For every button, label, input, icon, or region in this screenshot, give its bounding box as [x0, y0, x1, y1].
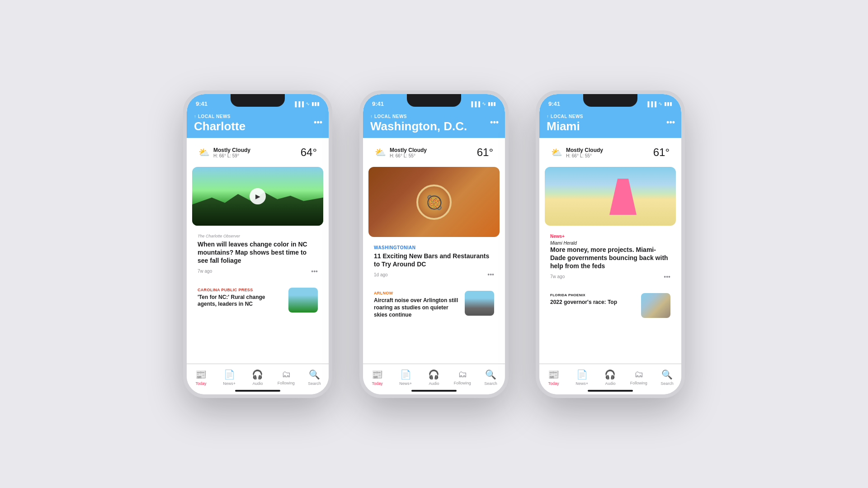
wifi-icon-w: ∿: [482, 101, 486, 107]
tab-today-miami[interactable]: 📰 Today: [542, 369, 565, 386]
city-name-miami: Miami: [547, 119, 580, 133]
article-more-miami[interactable]: •••: [664, 273, 670, 280]
main-image-miami: [545, 167, 676, 226]
small-headline-miami: 2022 governor's race: Top: [550, 299, 637, 306]
weather-condition-miami: Mostly Cloudy: [566, 147, 603, 153]
city-name-washington: Washington, D.C.: [370, 119, 467, 133]
app-header-washington: ↑ LOCAL NEWS Washington, D.C. •••: [363, 111, 505, 138]
wifi-icon: ∿: [306, 101, 310, 107]
following-label-charlotte: Following: [278, 381, 295, 385]
small-source-charlotte: CAROLINA Public Press: [198, 288, 284, 292]
following-label-miami: Following: [630, 381, 647, 385]
weather-card-miami[interactable]: ⛅ Mostly Cloudy H: 66° L: 55° 61°: [545, 142, 676, 163]
article-card-washington[interactable]: WASHINGTONIAN 11 Exciting New Bars and R…: [368, 241, 500, 283]
signal-icon-w: ▐▐▐: [470, 101, 480, 107]
battery-icon-m: ▮▮▮: [664, 101, 672, 107]
small-article-miami[interactable]: FLORIDA PHOENIX 2022 governor's race: To…: [545, 289, 676, 322]
small-article-washington[interactable]: ARLnow Aircraft noise over Arlington sti…: [368, 286, 500, 323]
article-time-miami: 7w ago: [550, 274, 565, 279]
following-icon-miami: 🗂: [634, 369, 643, 379]
today-label-miami: Today: [548, 381, 559, 386]
audio-label-charlotte: Audio: [252, 381, 263, 386]
location-arrow-icon-m: ↑: [547, 114, 549, 119]
tab-search-miami[interactable]: 🔍 Search: [656, 369, 679, 386]
small-thumb-charlotte: [288, 288, 318, 313]
today-icon-washington: 📰: [372, 369, 383, 380]
cloud-icon-miami: ⛅: [551, 147, 562, 158]
search-label-charlotte: Search: [308, 381, 321, 386]
tab-newsplus-washington[interactable]: 📄 News+: [394, 369, 417, 386]
more-button-washington[interactable]: •••: [490, 118, 499, 127]
audio-label-washington: Audio: [429, 381, 439, 386]
beach-scene-miami: [545, 167, 676, 226]
weather-temp-washington: 61°: [477, 146, 493, 159]
article-meta-washington: 1d ago •••: [374, 271, 494, 278]
signal-icon-m: ▐▐▐: [646, 101, 656, 107]
audio-label-miami: Audio: [605, 381, 615, 386]
weather-temp-charlotte: 64°: [301, 146, 317, 159]
tab-today-washington[interactable]: 📰 Today: [366, 369, 388, 386]
phone-miami: 9:41 ▐▐▐ ∿ ▮▮▮ ↑ LOCAL NEWS Miami •••: [536, 90, 685, 398]
article-card-miami[interactable]: News+ Miami Herald More money, more proj…: [545, 229, 676, 285]
article-time-charlotte: 7w ago: [198, 269, 212, 274]
newsplus-label-charlotte: News+: [223, 381, 236, 386]
small-thumb-miami: [641, 293, 670, 318]
local-news-label-charlotte: ↑ LOCAL NEWS: [194, 114, 321, 119]
tab-search-washington[interactable]: 🔍 Search: [480, 369, 502, 386]
small-source-miami: FLORIDA PHOENIX: [550, 293, 637, 297]
search-icon-charlotte: 🔍: [309, 369, 320, 380]
article-source-charlotte: The Charlotte Observer: [198, 234, 318, 238]
home-indicator-miami: [588, 390, 633, 392]
article-more-washington[interactable]: •••: [487, 271, 494, 278]
small-article-charlotte[interactable]: CAROLINA Public Press 'Ten for NC:' Rura…: [192, 283, 323, 317]
battery-icon: ▮▮▮: [311, 101, 320, 107]
tab-following-charlotte[interactable]: 🗂 Following: [275, 369, 297, 385]
audio-icon-miami: 🎧: [604, 369, 616, 380]
tab-search-charlotte[interactable]: 🔍 Search: [303, 369, 326, 386]
status-icons-miami: ▐▐▐ ∿ ▮▮▮: [646, 101, 672, 107]
newsplus-icon-miami: 📄: [576, 369, 588, 380]
tab-today-charlotte[interactable]: 📰 Today: [189, 369, 212, 386]
scroll-content-miami: ⛅ Mostly Cloudy H: 66° L: 55° 61°: [539, 138, 681, 394]
play-button-charlotte[interactable]: ▶: [250, 188, 266, 204]
status-icons-washington: ▐▐▐ ∿ ▮▮▮: [470, 101, 496, 107]
today-icon-charlotte: 📰: [195, 369, 207, 380]
small-source-washington: ARLnow: [374, 291, 460, 295]
article-headline-washington: 11 Exciting New Bars and Restaurants to …: [374, 252, 494, 268]
article-headline-miami: More money, more projects. Miami-Dade go…: [550, 246, 670, 270]
nature-scene-charlotte: ▶: [192, 167, 323, 226]
following-icon-washington: 🗂: [458, 369, 467, 379]
tab-newsplus-miami[interactable]: 📄 News+: [571, 369, 593, 386]
more-button-charlotte[interactable]: •••: [314, 118, 322, 127]
weather-card-washington[interactable]: ⛅ Mostly Cloudy H: 66° L: 55° 61°: [368, 142, 500, 163]
more-button-miami[interactable]: •••: [666, 118, 675, 127]
local-news-label-miami: ↑ LOCAL NEWS: [547, 114, 674, 119]
today-icon-miami: 📰: [548, 369, 559, 380]
tab-audio-charlotte[interactable]: 🎧 Audio: [246, 369, 269, 386]
article-more-charlotte[interactable]: •••: [311, 268, 318, 275]
main-image-washington: [368, 167, 500, 237]
article-meta-miami: 7w ago •••: [550, 273, 670, 280]
small-article-text-miami: FLORIDA PHOENIX 2022 governor's race: To…: [550, 293, 637, 306]
status-icons-charlotte: ▐▐▐ ∿ ▮▮▮: [293, 101, 320, 107]
audio-icon-washington: 🎧: [428, 369, 439, 380]
tab-newsplus-charlotte[interactable]: 📄 News+: [218, 369, 241, 386]
local-news-label-washington: ↑ LOCAL NEWS: [370, 114, 498, 119]
newsplus-label-washington: News+: [399, 381, 412, 386]
tab-following-washington[interactable]: 🗂 Following: [451, 369, 474, 385]
signal-icon: ▐▐▐: [293, 101, 304, 107]
small-article-text-charlotte: CAROLINA Public Press 'Ten for NC:' Rura…: [198, 288, 284, 308]
tab-following-miami[interactable]: 🗂 Following: [627, 369, 650, 385]
tab-audio-washington[interactable]: 🎧 Audio: [423, 369, 445, 386]
today-label-charlotte: Today: [195, 381, 206, 386]
weather-left-miami: ⛅ Mostly Cloudy H: 66° L: 55°: [551, 147, 603, 158]
thumb-city-image: [641, 293, 670, 318]
weather-temp-miami: 61°: [653, 146, 670, 159]
weather-left-washington: ⛅ Mostly Cloudy H: 66° L: 55°: [375, 147, 427, 158]
article-card-charlotte[interactable]: The Charlotte Observer When will leaves …: [192, 229, 323, 280]
tab-audio-miami[interactable]: 🎧 Audio: [599, 369, 622, 386]
thumb-nature-image: [288, 288, 318, 313]
phone-washington: 9:41 ▐▐▐ ∿ ▮▮▮ ↑ LOCAL NEWS Washington, …: [359, 90, 509, 398]
time-miami: 9:41: [548, 100, 560, 107]
weather-card-charlotte[interactable]: ⛅ Mostly Cloudy H: 66° L: 59° 64°: [192, 142, 323, 163]
